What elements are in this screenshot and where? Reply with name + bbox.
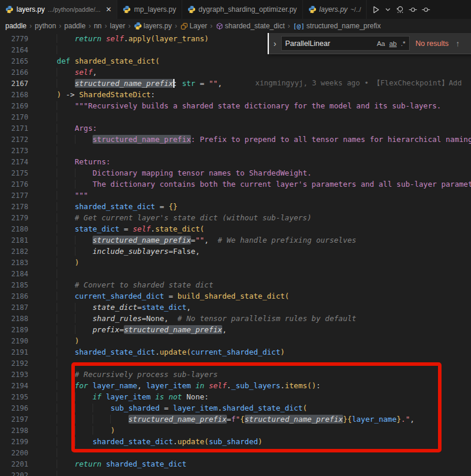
code-line-2165[interactable]: 2165 def sharded_state_dict( xyxy=(0,55,471,67)
toggle-replace-chevron-icon[interactable]: › xyxy=(272,39,278,48)
find-query-text[interactable]: ParallelLinear xyxy=(285,39,374,48)
line-number[interactable]: 2180 xyxy=(0,224,28,235)
code-line-2167[interactable]: 2167 structured_name_prefix: str = "",xi… xyxy=(0,78,471,89)
breadcrumb-item-layer[interactable]: layer xyxy=(110,22,125,30)
gitlens-button-gitlens-icon[interactable] xyxy=(396,5,404,14)
breadcrumb-item-paddle[interactable]: paddle xyxy=(5,22,27,30)
code-line-2200[interactable]: 2200 xyxy=(0,447,471,458)
line-number[interactable]: 2201 xyxy=(0,459,28,470)
code-line-2183[interactable]: 2183 ) xyxy=(0,257,471,268)
code-line-2196[interactable]: 2196 sub_sharded = layer_item.sharded_st… xyxy=(0,402,471,414)
code-line-2198[interactable]: 2198 ) xyxy=(0,425,471,436)
whole-word-toggle[interactable]: ab xyxy=(389,40,397,47)
breadcrumb-item-nn[interactable]: nn xyxy=(94,22,101,30)
line-number[interactable]: 2179 xyxy=(0,213,28,224)
code-line-2171[interactable]: 2171 Args: xyxy=(0,123,471,134)
line-number[interactable]: 2199 xyxy=(0,437,28,448)
line-number[interactable]: 2195 xyxy=(0,392,28,403)
match-case-toggle[interactable]: Aa xyxy=(377,40,385,47)
code-line-2176[interactable]: 2176 The dictionary contains both the cu… xyxy=(0,178,471,190)
code-line-2189[interactable]: 2189 prefix=structured_name_prefix, xyxy=(0,324,471,335)
code-line-2187[interactable]: 2187 state_dict=state_dict, xyxy=(0,302,471,313)
code-line-2173[interactable]: 2173 xyxy=(0,145,471,156)
code-line-2178[interactable]: 2178 sharded_state_dict = {} xyxy=(0,201,471,212)
code-line-2197[interactable]: 2197 structured_name_prefix=f"{structure… xyxy=(0,414,471,425)
code-line-2192[interactable]: 2192 xyxy=(0,358,471,369)
line-number[interactable]: 2164 xyxy=(0,45,28,56)
code-line-2188[interactable]: 2188 shard_rules=None, # No tensor paral… xyxy=(0,313,471,324)
line-number[interactable]: 2188 xyxy=(0,313,28,325)
line-number[interactable]: 2198 xyxy=(0,425,28,437)
code-line-2195[interactable]: 2195 if layer_item is not None: xyxy=(0,391,471,402)
tab-layers-py[interactable]: layers.py.../python/paddle/...✕ xyxy=(0,0,117,19)
line-number[interactable]: 2182 xyxy=(0,246,28,257)
line-number[interactable]: 2170 xyxy=(0,112,28,123)
close-icon[interactable]: ✕ xyxy=(106,5,111,14)
code-line-2199[interactable]: 2199 sharded_state_dict.update(sub_shard… xyxy=(0,436,471,447)
line-number[interactable]: 2202 xyxy=(0,470,28,476)
breadcrumb-item-sharded_state_dict[interactable]: sharded_state_dict xyxy=(216,22,285,30)
code-line-2174[interactable]: 2174 Returns: xyxy=(0,156,471,167)
line-number[interactable]: 2200 xyxy=(0,448,28,459)
line-number[interactable]: 2779 xyxy=(0,34,28,45)
tab-dygraph_sharding_optimizer-py[interactable]: dygraph_sharding_optimizer.py xyxy=(182,0,303,19)
line-number[interactable]: 2181 xyxy=(0,235,28,246)
code-line-2166[interactable]: 2166 self, xyxy=(0,67,471,78)
commit-graph-button-commit-icon[interactable] xyxy=(409,5,417,14)
code-line-2177[interactable]: 2177 """ xyxy=(0,190,471,201)
find-input[interactable]: ParallelLinear Aaab.* xyxy=(281,36,410,51)
line-number[interactable]: 2165 xyxy=(0,56,28,67)
code-line-2185[interactable]: 2185 # Convert to sharded state dict xyxy=(0,279,471,290)
line-number[interactable]: 2173 xyxy=(0,146,28,157)
code-line-2202[interactable]: 2202 xyxy=(0,470,471,476)
line-number[interactable]: 2191 xyxy=(0,347,28,358)
regex-toggle[interactable]: .* xyxy=(401,40,406,47)
breadcrumb-item-paddle[interactable]: paddle xyxy=(64,22,85,30)
code-line-2170[interactable]: 2170 xyxy=(0,111,471,123)
run-dropdown-chevron-down-icon[interactable] xyxy=(384,6,391,13)
code-line-2194[interactable]: 2194 for layer_name, layer_item in self.… xyxy=(0,380,471,391)
line-number[interactable]: 2167 xyxy=(0,78,28,90)
line-number[interactable]: 2166 xyxy=(0,67,28,78)
code-line-2193[interactable]: 2193 # Recursively process sub-layers xyxy=(0,369,471,380)
clipped-button-commit-icon[interactable] xyxy=(421,5,430,14)
breadcrumb-item-layers-py[interactable]: layers.py xyxy=(134,22,172,30)
line-number[interactable]: 2193 xyxy=(0,369,28,381)
tab-layers-py[interactable]: layers.py~/../ xyxy=(303,0,367,19)
find-widget-sash[interactable] xyxy=(268,33,269,54)
code-line-2186[interactable]: 2186 current_sharded_dict = build_sharde… xyxy=(0,290,471,302)
code-line-2172[interactable]: 2172 structured_name_prefix: Prefix to p… xyxy=(0,134,471,145)
code-line-2179[interactable]: 2179 # Get current layer's state dict (w… xyxy=(0,212,471,223)
line-number[interactable]: 2177 xyxy=(0,190,28,201)
line-number[interactable]: 2185 xyxy=(0,280,28,291)
code-line-2190[interactable]: 2190 ) xyxy=(0,335,471,346)
code-line-2201[interactable]: 2201 return sharded_state_dict xyxy=(0,458,471,470)
line-number[interactable]: 2187 xyxy=(0,302,28,313)
breadcrumb-item-Layer[interactable]: Layer xyxy=(180,22,207,30)
line-number[interactable]: 2186 xyxy=(0,291,28,302)
line-number[interactable]: 2171 xyxy=(0,123,28,134)
line-number[interactable]: 2174 xyxy=(0,157,28,168)
code-line-2191[interactable]: 2191 sharded_state_dict.update(current_s… xyxy=(0,346,471,358)
line-number[interactable]: 2192 xyxy=(0,358,28,369)
line-number[interactable]: 2183 xyxy=(0,257,28,269)
line-number[interactable]: 2175 xyxy=(0,168,28,179)
code-editor[interactable]: 2779 return self.apply(layer_trans)2164 … xyxy=(0,33,471,476)
line-number[interactable]: 2190 xyxy=(0,336,28,347)
tab-mp_layers-py[interactable]: mp_layers.py xyxy=(117,0,182,19)
code-line-2169[interactable]: 2169 """Recursively builds a sharded sta… xyxy=(0,100,471,111)
line-number[interactable]: 2176 xyxy=(0,179,28,190)
code-line-2182[interactable]: 2182 include_sublayers=False, xyxy=(0,246,471,257)
breadcrumb-item-structured_name_prefix[interactable]: [@]structured_name_prefix xyxy=(293,22,381,30)
line-number[interactable]: 2178 xyxy=(0,201,28,213)
line-number[interactable]: 2168 xyxy=(0,90,28,101)
code-line-2181[interactable]: 2181 structured_name_prefix="", # We han… xyxy=(0,234,471,246)
line-number[interactable]: 2169 xyxy=(0,101,28,112)
line-number[interactable]: 2196 xyxy=(0,403,28,414)
code-line-2168[interactable]: 2168 ) -> ShardedStateDict: xyxy=(0,89,471,100)
line-number[interactable]: 2189 xyxy=(0,325,28,336)
line-number[interactable]: 2194 xyxy=(0,381,28,392)
line-number[interactable]: 2172 xyxy=(0,134,28,146)
code-line-2180[interactable]: 2180 state_dict = self.state_dict( xyxy=(0,223,471,234)
breadcrumb-item-python[interactable]: python xyxy=(35,22,56,30)
